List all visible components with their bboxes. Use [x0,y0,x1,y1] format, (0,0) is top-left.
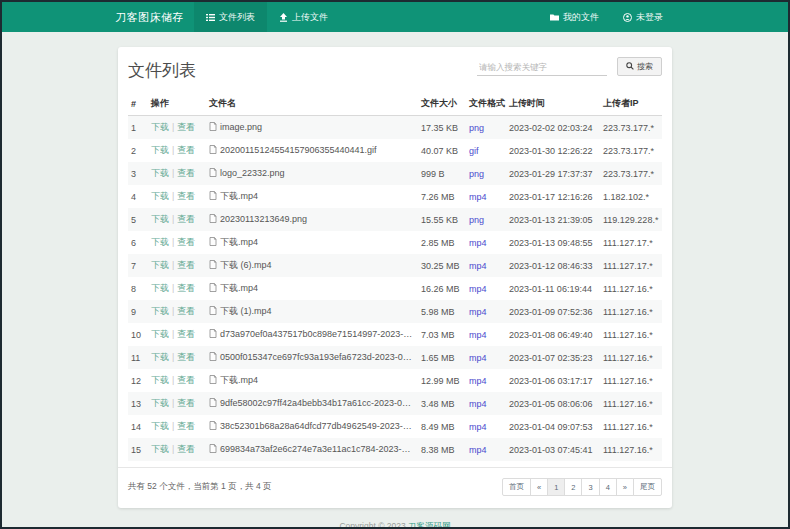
view-link[interactable]: 查看 [177,237,195,247]
download-link[interactable]: 下载 [151,352,169,362]
col-header-ip: 上传者IP [600,92,662,116]
download-link[interactable]: 下载 [151,214,169,224]
format-link[interactable]: mp4 [469,284,487,294]
format-link[interactable]: png [469,215,484,225]
page-button[interactable]: « [530,478,548,496]
format-link[interactable]: png [469,169,484,179]
table-row: 15 下载|查看 699834a73af2e6c274e7a3e11ac1c78… [128,438,662,461]
table-row: 5 下载|查看 20230113213649.png 15.55 KB png … [128,208,662,231]
view-link[interactable]: 查看 [177,398,195,408]
download-link[interactable]: 下载 [151,444,169,454]
table-row: 12 下载|查看 下载.mp4 12.99 MB mp4 2023-01-06 … [128,369,662,392]
row-format: mp4 [466,323,506,346]
row-ip: 111.127.16.* [600,392,662,415]
row-index: 5 [128,208,148,231]
view-link[interactable]: 查看 [177,352,195,362]
view-link[interactable]: 查看 [177,375,195,385]
action-separator: | [172,398,174,408]
download-link[interactable]: 下载 [151,191,169,201]
format-link[interactable]: mp4 [469,353,487,363]
view-link[interactable]: 查看 [177,283,195,293]
download-link[interactable]: 下载 [151,145,169,155]
search-button[interactable]: 搜索 [617,57,662,76]
action-separator: | [172,237,174,247]
row-time: 2023-01-17 12:16:26 [506,185,600,208]
format-link[interactable]: mp4 [469,330,487,340]
view-link[interactable]: 查看 [177,191,195,201]
download-link[interactable]: 下载 [151,122,169,132]
view-link[interactable]: 查看 [177,306,195,316]
col-header-time: 上传时间 [506,92,600,116]
row-format: mp4 [466,438,506,461]
row-actions: 下载|查看 [148,369,206,392]
download-link[interactable]: 下载 [151,421,169,431]
search-icon [626,62,634,72]
format-link[interactable]: mp4 [469,376,487,386]
filename-text: 38c52301b68a28a64dfcd77db4962549-2023-01… [220,421,418,431]
table-row: 14 下载|查看 38c52301b68a28a64dfcd77db496254… [128,415,662,438]
page-button[interactable]: 3 [581,478,599,496]
row-time: 2023-01-05 08:06:06 [506,392,600,415]
col-header-format: 文件格式 [466,92,506,116]
download-link[interactable]: 下载 [151,168,169,178]
main-content: 文件列表 搜索 # [2,47,788,529]
row-filename: 20200115124554157906355440441.gif [206,139,418,162]
col-header-actions: 操作 [148,92,206,116]
row-format: gif [466,139,506,162]
download-link[interactable]: 下载 [151,329,169,339]
view-link[interactable]: 查看 [177,122,195,132]
row-time: 2023-01-30 12:26:22 [506,139,600,162]
page-button[interactable]: 2 [564,478,582,496]
row-ip: 223.73.177.* [600,139,662,162]
format-link[interactable]: gif [469,146,479,156]
format-link[interactable]: mp4 [469,422,487,432]
footer-site-link[interactable]: 刀客源码网 [408,521,451,529]
view-link[interactable]: 查看 [177,214,195,224]
format-link[interactable]: mp4 [469,307,487,317]
page-button[interactable]: 1 [547,478,565,496]
view-link[interactable]: 查看 [177,329,195,339]
nav-item-upload[interactable]: 上传文件 [267,2,340,32]
file-icon [209,260,217,271]
col-header-index: # [128,92,148,116]
download-link[interactable]: 下载 [151,398,169,408]
nav-item-my-files[interactable]: 我的文件 [538,2,611,32]
table-header-row: # 操作 文件名 文件大小 文件格式 上传时间 上传者IP [128,92,662,116]
row-size: 17.35 KB [418,116,466,140]
row-time: 2023-01-13 21:39:05 [506,208,600,231]
format-link[interactable]: png [469,123,484,133]
row-actions: 下载|查看 [148,185,206,208]
format-link[interactable]: mp4 [469,261,487,271]
format-link[interactable]: mp4 [469,445,487,455]
row-ip: 111.127.16.* [600,300,662,323]
view-link[interactable]: 查看 [177,421,195,431]
page-button[interactable]: 尾页 [633,478,662,496]
row-size: 7.03 MB [418,323,466,346]
search-input[interactable] [477,59,607,76]
row-format: png [466,116,506,140]
download-link[interactable]: 下载 [151,375,169,385]
format-link[interactable]: mp4 [469,399,487,409]
row-size: 3.48 MB [418,392,466,415]
file-icon [209,444,217,455]
row-index: 14 [128,415,148,438]
view-link[interactable]: 查看 [177,168,195,178]
view-link[interactable]: 查看 [177,444,195,454]
nav-item-login-status[interactable]: 未登录 [611,2,675,32]
page-button[interactable]: 首页 [502,478,531,496]
download-link[interactable]: 下载 [151,237,169,247]
page-button[interactable]: » [616,478,634,496]
format-link[interactable]: mp4 [469,238,487,248]
nav-item-file-list[interactable]: 文件列表 [194,2,267,32]
download-link[interactable]: 下载 [151,260,169,270]
download-link[interactable]: 下载 [151,283,169,293]
view-link[interactable]: 查看 [177,260,195,270]
row-index: 6 [128,231,148,254]
card-footer: 共有 52 个文件，当前第 1 页，共 4 页 首页«1234»尾页 [118,467,672,508]
view-link[interactable]: 查看 [177,145,195,155]
row-filename: 下载 (1).mp4 [206,300,418,323]
brand[interactable]: 刀客图床储存 [115,2,184,32]
download-link[interactable]: 下载 [151,306,169,316]
page-button[interactable]: 4 [599,478,617,496]
format-link[interactable]: mp4 [469,192,487,202]
